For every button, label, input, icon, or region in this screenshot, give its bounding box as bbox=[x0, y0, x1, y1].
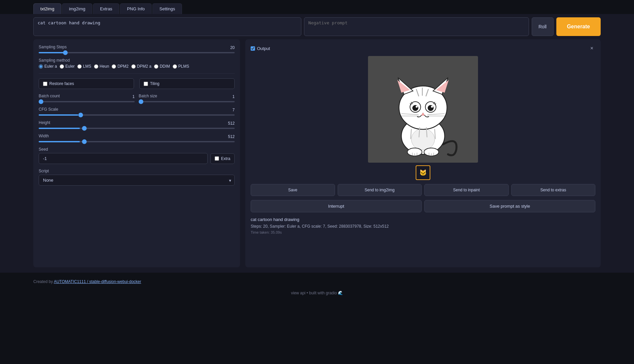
output-title: Output bbox=[257, 46, 270, 51]
cfg-scale-slider[interactable] bbox=[39, 114, 235, 116]
radio-ddim[interactable]: DDIM bbox=[154, 64, 170, 69]
seed-section: Seed Extra bbox=[39, 147, 235, 164]
output-time-text: Time taken: 35.09s bbox=[251, 230, 595, 236]
radio-plms[interactable]: PLMS bbox=[173, 64, 189, 69]
cfg-scale-value: 7 bbox=[232, 108, 235, 112]
output-info: cat cartoon hand drawing Steps: 20, Samp… bbox=[251, 216, 595, 236]
batch-size-value: 1 bbox=[232, 94, 235, 99]
tab-txt2img[interactable]: txt2img bbox=[33, 3, 61, 14]
batch-size-slider[interactable] bbox=[139, 101, 235, 102]
restore-faces-checkbox[interactable]: Restore faces bbox=[39, 78, 134, 89]
height-value: 512 bbox=[228, 121, 235, 126]
output-meta-text: Steps: 20, Sampler: Euler a, CFG scale: … bbox=[251, 223, 595, 230]
image-container: 🐱 bbox=[251, 56, 595, 180]
output-close-button[interactable]: × bbox=[588, 45, 595, 52]
footer-bottom: view api • built with gradio 🌊 bbox=[0, 287, 634, 299]
image-thumbnail[interactable]: 🐱 bbox=[416, 165, 430, 180]
send-extras-button[interactable]: Send to extras bbox=[511, 184, 596, 196]
seed-label: Seed bbox=[39, 147, 235, 152]
interrupt-button[interactable]: Interrupt bbox=[251, 200, 422, 212]
tab-extras[interactable]: Extras bbox=[93, 3, 119, 14]
left-panel: Sampling Steps 20 Sampling method Euler … bbox=[33, 39, 240, 267]
tiling-checkbox[interactable]: Tiling bbox=[139, 78, 235, 89]
cfg-scale-section: CFG Scale 7 bbox=[39, 107, 235, 116]
roll-button[interactable]: Roll bbox=[532, 17, 554, 36]
output-checkbox[interactable] bbox=[251, 46, 255, 51]
tab-settings[interactable]: Settings bbox=[152, 3, 182, 14]
radio-euler[interactable]: Euler bbox=[60, 64, 75, 69]
script-select[interactable]: None X/Y/Z plot Prompt matrix Loopback bbox=[39, 175, 235, 186]
radio-dpm2a[interactable]: DPM2 a bbox=[131, 64, 151, 69]
svg-point-13 bbox=[412, 105, 418, 111]
cat-thumb-icon: 🐱 bbox=[419, 169, 427, 176]
radio-heun[interactable]: Heun bbox=[94, 64, 109, 69]
output-prompt-text: cat cartoon hand drawing bbox=[251, 216, 595, 223]
cfg-scale-label: CFG Scale bbox=[39, 107, 58, 112]
top-tabs: txt2img img2img Extras PNG Info Settings bbox=[0, 0, 634, 14]
save-style-button[interactable]: Save prompt as style bbox=[424, 200, 595, 212]
prompt-row: Roll Generate bbox=[0, 14, 634, 39]
save-button[interactable]: Save bbox=[251, 184, 335, 196]
send-inpaint-button[interactable]: Send to inpaint bbox=[424, 184, 509, 196]
sampling-steps-section: Sampling Steps 20 bbox=[39, 45, 235, 53]
width-section: Width 512 bbox=[39, 134, 235, 142]
height-section: Height 512 bbox=[39, 120, 235, 129]
positive-prompt-input[interactable] bbox=[33, 17, 301, 36]
svg-point-14 bbox=[428, 105, 434, 111]
extra-checkbox[interactable]: Extra bbox=[210, 153, 235, 164]
sampling-steps-label: Sampling Steps bbox=[39, 45, 67, 49]
svg-point-2 bbox=[411, 129, 435, 150]
width-slider[interactable] bbox=[39, 141, 235, 142]
batch-count-value: 1 bbox=[132, 94, 135, 99]
sampling-method-label: Sampling method bbox=[39, 58, 235, 63]
generated-image bbox=[368, 56, 478, 163]
right-panel: Output × bbox=[245, 39, 601, 267]
main-content: Sampling Steps 20 Sampling method Euler … bbox=[0, 39, 634, 273]
negative-prompt-input[interactable] bbox=[304, 17, 529, 36]
sampling-method-section: Sampling method Euler a Euler LMS Heun bbox=[39, 58, 235, 69]
footer-created-by: Created by bbox=[33, 279, 53, 284]
width-value: 512 bbox=[228, 134, 235, 139]
generate-button[interactable]: Generate bbox=[556, 17, 601, 36]
footer-link[interactable]: AUTOMATIC1111 / stable-diffusion-webui-d… bbox=[54, 279, 141, 284]
height-slider[interactable] bbox=[39, 128, 235, 129]
seed-input[interactable] bbox=[39, 153, 208, 164]
script-section: Script None X/Y/Z plot Prompt matrix Loo… bbox=[39, 169, 235, 186]
output-buttons-row-1: Save Send to img2img Send to inpaint Sen… bbox=[251, 184, 595, 196]
output-buttons-row-2: Interrupt Save prompt as style bbox=[251, 200, 595, 212]
svg-point-15 bbox=[416, 106, 418, 108]
radio-dpm2[interactable]: DPM2 bbox=[112, 64, 128, 69]
batch-count-slider[interactable] bbox=[39, 101, 135, 102]
batch-row: Batch count 1 Batch size 1 bbox=[39, 94, 235, 102]
sampling-steps-value: 20 bbox=[230, 45, 235, 50]
radio-euler-a[interactable]: Euler a bbox=[39, 64, 57, 69]
cat-image-svg bbox=[368, 56, 478, 163]
seed-row: Extra bbox=[39, 153, 235, 164]
script-label: Script bbox=[39, 169, 235, 173]
sampling-method-radio-group: Euler a Euler LMS Heun DPM2 bbox=[39, 64, 235, 69]
send-img2img-button[interactable]: Send to img2img bbox=[338, 184, 422, 196]
output-header: Output × bbox=[251, 45, 595, 52]
batch-count-label: Batch count bbox=[39, 94, 60, 98]
batch-size-section: Batch size 1 bbox=[139, 94, 235, 102]
tab-pnginfo[interactable]: PNG Info bbox=[120, 3, 152, 14]
radio-lms[interactable]: LMS bbox=[77, 64, 91, 69]
sampling-steps-slider[interactable] bbox=[39, 52, 235, 53]
thumbnail-row: 🐱 bbox=[416, 165, 430, 180]
script-select-wrap: None X/Y/Z plot Prompt matrix Loopback ▾ bbox=[39, 175, 235, 186]
svg-point-16 bbox=[431, 106, 433, 108]
batch-count-section: Batch count 1 bbox=[39, 94, 135, 102]
height-label: Height bbox=[39, 120, 50, 125]
faces-tiling-row: Restore faces Tiling bbox=[39, 78, 235, 89]
footer: Created by AUTOMATIC1111 / stable-diffus… bbox=[0, 273, 634, 287]
output-label: Output bbox=[251, 46, 270, 51]
divider-1 bbox=[39, 73, 235, 74]
tab-img2img[interactable]: img2img bbox=[62, 3, 92, 14]
batch-size-label: Batch size bbox=[139, 94, 157, 98]
width-label: Width bbox=[39, 134, 49, 138]
